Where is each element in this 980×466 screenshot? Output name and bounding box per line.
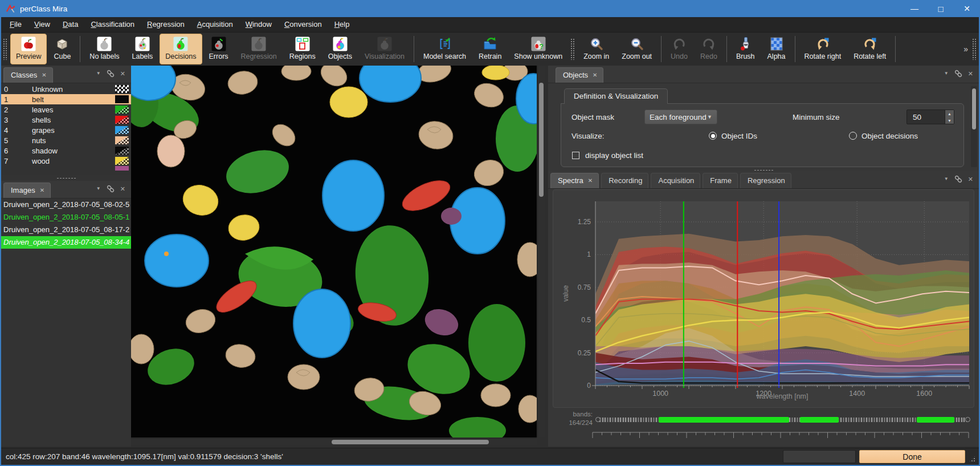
stepper-up-icon[interactable]: ▲ <box>945 110 954 117</box>
toolbar-button-zoom-in[interactable]: Zoom in <box>578 34 615 64</box>
class-row-shells[interactable]: 3shells <box>1 115 131 125</box>
menu-item-view[interactable]: View <box>28 17 56 32</box>
toolbar-grip-icon[interactable] <box>570 38 575 60</box>
class-row-wood[interactable]: 7wood <box>1 156 131 166</box>
menu-item-help[interactable]: Help <box>328 17 356 32</box>
toolbar-grip-icon[interactable] <box>3 38 8 60</box>
panel-splitter[interactable] <box>1 176 131 181</box>
close-panel-icon[interactable]: ✕ <box>120 71 125 77</box>
bands-ruler[interactable] <box>553 430 974 445</box>
link-icon[interactable] <box>954 70 962 78</box>
tab-recording[interactable]: Recording <box>601 173 648 188</box>
toolbar-button-objects[interactable]: Objects <box>322 34 358 64</box>
tab-objects[interactable]: Objects ✕ <box>556 67 603 83</box>
image-horizontal-scrollbar[interactable] <box>131 438 537 445</box>
menu-item-acquisition[interactable]: Acquisition <box>191 17 239 32</box>
menu-item-classification[interactable]: Classification <box>84 17 141 32</box>
bands-count: 164/224 <box>553 419 593 427</box>
menu-item-conversion[interactable]: Conversion <box>278 17 328 32</box>
class-row-leaves[interactable]: 2leaves <box>1 104 131 115</box>
class-row-grapes[interactable]: 4grapes <box>1 125 131 135</box>
selected-bands-segment[interactable] <box>659 417 789 423</box>
spectra-chart[interactable]: 00.250.50.7511.251000120014001600valuewa… <box>553 190 974 407</box>
toolbar-button-cube[interactable]: Cube <box>48 34 76 64</box>
toolbar-button-regions[interactable]: Regions <box>284 34 321 64</box>
toolbar-button-rotate-right[interactable]: Rotate right <box>799 34 847 64</box>
toolbar-button-model-search[interactable]: Model search <box>418 34 472 64</box>
class-row-nuts[interactable]: 5nuts <box>1 135 131 145</box>
stepper-down-icon[interactable]: ▼ <box>945 117 954 124</box>
image-item[interactable]: Druiven_open_2_2018-07-05_08-17-2 <box>1 224 131 236</box>
class-row-belt[interactable]: 1belt <box>1 94 131 104</box>
object-mask-dropdown[interactable]: Each foreground ▼ <box>644 110 717 124</box>
tab-acquisition[interactable]: Acquisition <box>651 173 700 188</box>
link-icon[interactable] <box>954 175 962 183</box>
toolbar-button-visualization[interactable]: Visualization <box>359 34 410 64</box>
minimize-button[interactable]: — <box>901 0 928 17</box>
image-item[interactable]: Druiven_open_2_2018-07-05_08-34-4 <box>1 236 131 249</box>
menu-item-file[interactable]: File <box>3 17 28 32</box>
toolbar-button-show-unknown[interactable]: ?Show unknown <box>508 34 568 64</box>
menu-item-data[interactable]: Data <box>56 17 84 32</box>
link-icon[interactable] <box>107 70 115 78</box>
toolbar-button-alpha[interactable]: Alpha <box>762 34 791 64</box>
toolbar-button-zoom-out[interactable]: Zoom out <box>616 34 658 64</box>
toolbar-button-preview[interactable]: Preview <box>10 34 47 64</box>
resize-grip-icon[interactable] <box>969 455 976 463</box>
minimum-size-stepper[interactable]: 50 ▲▼ <box>906 110 954 124</box>
close-icon[interactable]: ✕ <box>588 177 593 184</box>
tab-frame[interactable]: Frame <box>703 173 738 188</box>
class-row-shadow[interactable]: 6shadow <box>1 145 131 156</box>
close-panel-icon[interactable]: ✕ <box>120 186 125 192</box>
selected-bands-segment[interactable] <box>800 417 839 423</box>
close-panel-icon[interactable]: ✕ <box>968 71 973 77</box>
tab-regression[interactable]: Regression <box>740 173 791 188</box>
link-icon[interactable] <box>107 185 115 193</box>
toolbar-button-undo[interactable]: Undo <box>665 34 693 64</box>
close-icon[interactable]: ✕ <box>593 72 597 78</box>
tab-images[interactable]: Images ✕ <box>3 183 51 198</box>
close-icon[interactable]: ✕ <box>40 187 44 193</box>
tab-definition-visualization[interactable]: Definition & Visualization <box>564 88 668 104</box>
toolbar-overflow-icon[interactable]: » <box>963 44 968 54</box>
radio-object-ids[interactable]: Object IDs <box>709 129 757 143</box>
toolbar-button-regression[interactable]: Regression <box>235 34 283 64</box>
tab-classes[interactable]: Classes ✕ <box>3 67 53 83</box>
tab-spectra[interactable]: Spectra✕ <box>550 173 599 188</box>
toolbar-button-retrain[interactable]: Retrain <box>473 34 507 64</box>
menu-item-regression[interactable]: Regression <box>141 17 191 32</box>
toolbar-grip-icon[interactable] <box>972 38 977 60</box>
class-row-unknown[interactable]: 0Unknown <box>1 84 131 94</box>
menu-item-window[interactable]: Window <box>239 17 278 32</box>
title-bar[interactable]: perClass Mira — □ ✕ <box>0 0 980 17</box>
image-item[interactable]: Druiven_open_2_2018-07-05_08-05-1 <box>1 211 131 224</box>
display-object-list-checkbox[interactable]: display object list <box>561 148 963 162</box>
collapse-panel-icon[interactable]: ▼ <box>96 187 101 191</box>
selected-bands-segment[interactable] <box>917 417 954 423</box>
toolbar-button-errors[interactable]: Errors <box>203 34 234 64</box>
close-panel-icon[interactable]: ✕ <box>968 176 973 183</box>
scrollbar-thumb[interactable] <box>332 440 489 444</box>
toolbar-button-redo[interactable]: Redo <box>695 34 723 64</box>
band-selector-bar[interactable] <box>597 418 969 422</box>
y-tick-label: 1 <box>587 250 591 258</box>
scrollbar-thumb[interactable] <box>972 88 976 129</box>
close-icon[interactable]: ✕ <box>42 72 46 78</box>
toolbar-button-rotate-left[interactable]: Rotate left <box>848 34 892 64</box>
collapse-panel-icon[interactable]: ▼ <box>96 71 101 76</box>
decision-image-canvas[interactable] <box>131 66 537 437</box>
maximize-button[interactable]: □ <box>928 0 954 17</box>
objects-panel-scrollbar[interactable] <box>971 86 977 167</box>
collapse-panel-icon[interactable]: ▼ <box>944 177 949 181</box>
image-item[interactable]: Druiven_open_2_2018-07-05_08-02-5 <box>1 198 131 211</box>
toolbar-button-labels[interactable]: Labels <box>126 34 158 64</box>
toolbar-button-no-labels[interactable]: No labels <box>84 34 125 64</box>
close-button[interactable]: ✕ <box>954 0 980 17</box>
toolbar-button-decisions[interactable]: Decisions <box>160 34 202 64</box>
scrollbar-thumb[interactable] <box>539 83 544 197</box>
collapse-panel-icon[interactable]: ▼ <box>944 71 949 76</box>
image-vertical-scrollbar[interactable] <box>537 66 545 437</box>
done-button[interactable]: Done <box>859 450 965 463</box>
radio-object-decisions[interactable]: Object decisions <box>849 129 918 143</box>
toolbar-button-brush[interactable]: Brush <box>730 34 761 64</box>
